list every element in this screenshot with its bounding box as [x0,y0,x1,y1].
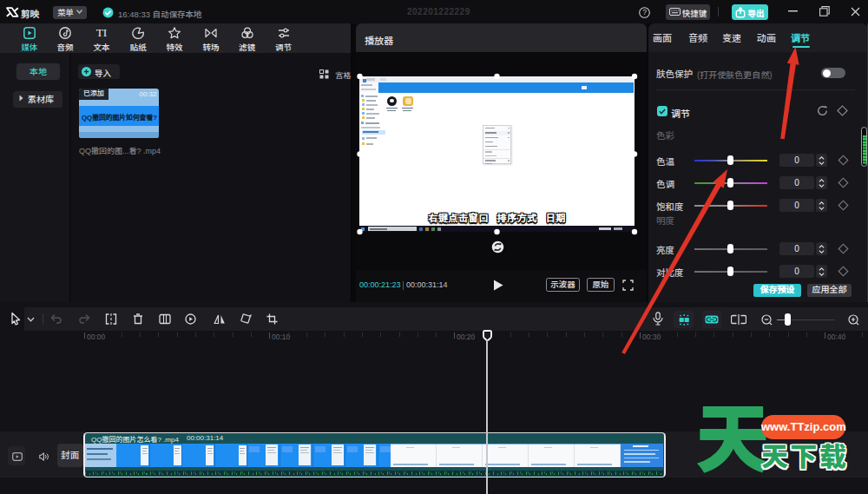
svg-text:?: ? [642,8,647,16]
